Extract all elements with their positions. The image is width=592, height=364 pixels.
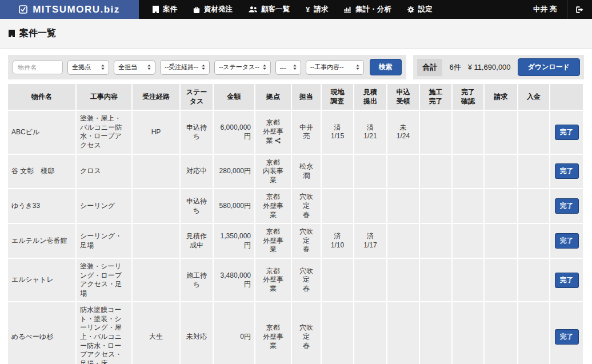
cell-survey: 済 1/15 xyxy=(322,111,354,154)
staff-filter[interactable]: 全担当 xyxy=(114,60,155,75)
toolbar: 全拠点全担当--受注経路----ステータス-------工事内容-- 検索 合計… xyxy=(8,55,584,79)
base-name: 京都 外壁事 業 xyxy=(263,193,283,218)
cell-name: ゆうき33 xyxy=(8,189,77,224)
base-filter[interactable]: 全拠点 xyxy=(67,60,109,75)
cell-work: 塗装・シーリング・ロープアクセス・足場 xyxy=(77,259,133,302)
cell-construction xyxy=(420,302,453,364)
brand-logo[interactable]: MITSUMORU.biz xyxy=(0,0,139,19)
cell-action: 完了 xyxy=(550,189,584,224)
complete-button[interactable]: 完了 xyxy=(555,329,579,345)
brand-name: MITSUMORU.biz xyxy=(33,4,120,15)
col-header-work: 工事内容 xyxy=(77,84,133,111)
nav-item-shizai-hacchu[interactable]: 資材発注 xyxy=(185,0,241,19)
cell-work: クロス xyxy=(77,155,133,190)
nav-item-label: 顧客一覧 xyxy=(261,5,290,14)
cell-status: 申込待 ち xyxy=(181,111,214,154)
nav-item-label: 請求 xyxy=(314,5,328,14)
nav-item-shukei-bunseki[interactable]: 集計・分析 xyxy=(336,0,399,19)
cell-staff: 中井 亮 xyxy=(292,111,322,154)
cell-name: 谷 文彰 様邸 xyxy=(8,155,77,190)
cell-work: シーリング・足場 xyxy=(77,224,133,259)
building-icon xyxy=(9,30,15,37)
keyword-input[interactable] xyxy=(13,60,63,74)
cell-work: 塗装・屋上・バルコニー防水・ロープアクセス xyxy=(77,111,133,154)
col-header-staff: 担当 xyxy=(292,84,322,111)
cell-staff: 穴吹 定 春 xyxy=(292,189,322,224)
table-row: ゆうき33シーリング申込待 ち580,000円京都 外壁事 業穴吹 定 春完了 xyxy=(8,189,584,224)
complete-button[interactable]: 完了 xyxy=(555,163,579,179)
cell-survey xyxy=(322,259,354,302)
page-title: 案件一覧 xyxy=(19,27,56,39)
cell-application xyxy=(387,259,420,302)
nav-item-label: 案件 xyxy=(163,5,177,14)
base-name: 京都 外壁事 業 xyxy=(263,118,283,144)
cell-application xyxy=(387,155,420,190)
cell-staff: 松永 潤 xyxy=(292,155,322,190)
cell-amount: 3,480,000 円 xyxy=(214,259,255,302)
cell-base: 京都 外壁事 業 xyxy=(255,111,292,154)
cell-amount: 280,000円 xyxy=(214,155,255,190)
search-button[interactable]: 検索 xyxy=(370,59,402,75)
cell-amount: 0円 xyxy=(214,302,255,364)
share-icon[interactable] xyxy=(275,137,281,146)
logout-button[interactable] xyxy=(567,0,592,19)
cell-base: 京都 内装事 業 xyxy=(255,155,292,190)
nav-item-label: 資材発注 xyxy=(204,5,233,14)
select-value: --受注経路-- xyxy=(165,63,198,71)
nav-item-settei[interactable]: 設定 xyxy=(399,0,441,19)
complete-button[interactable]: 完了 xyxy=(555,233,579,249)
nav-item-anken[interactable]: 案件 xyxy=(145,0,185,19)
select-value: --工事内容-- xyxy=(310,63,344,71)
cell-payment xyxy=(518,224,550,259)
select-value: 全拠点 xyxy=(72,63,91,71)
col-header-survey: 現地 調査 xyxy=(322,84,354,111)
download-button[interactable]: ダウンロード xyxy=(518,58,580,76)
channel-filter[interactable]: --受注経路-- xyxy=(160,60,210,75)
cell-invoice xyxy=(485,189,518,224)
cell-action: 完了 xyxy=(550,111,584,154)
cell-channel: 大生 xyxy=(133,302,181,364)
nav-item-kokyaku-ichiran[interactable]: 顧客一覧 xyxy=(241,0,298,19)
status-filter[interactable]: --ステータス-- xyxy=(214,60,271,75)
col-header-name: 物件名 xyxy=(8,84,77,111)
select-value: --- xyxy=(280,64,286,71)
cell-work: シーリング xyxy=(77,189,133,224)
col-header-payment: 入金 xyxy=(518,84,550,111)
caret-updown-icon xyxy=(356,65,359,70)
cell-estimate xyxy=(354,155,387,190)
cell-payment xyxy=(518,111,550,154)
complete-button[interactable]: 完了 xyxy=(555,125,579,140)
complete-button[interactable]: 完了 xyxy=(555,273,579,288)
cell-survey: 済 1/10 xyxy=(322,224,354,259)
cell-payment xyxy=(518,189,550,224)
cell-application xyxy=(387,302,420,364)
table-row: エルテルン壱番館シーリング・足場見積作 成中1,350,000 円京都 外壁事 … xyxy=(8,224,584,259)
cell-construction xyxy=(420,155,453,190)
col-header-channel: 受注経路 xyxy=(133,84,181,111)
nav-menu: 案件資材発注顧客一覧¥請求集計・分析設定 xyxy=(139,0,523,19)
user-menu[interactable]: 中井 亮 xyxy=(523,0,567,19)
cell-estimate xyxy=(354,189,387,224)
cell-amount: 6,000,000 円 xyxy=(214,111,255,154)
cell-application xyxy=(387,189,420,224)
chart-icon xyxy=(344,6,351,13)
cell-base: 京都 外壁事 業 xyxy=(255,224,292,259)
logout-icon xyxy=(576,6,583,13)
cell-status: 施工待 ち xyxy=(181,259,214,302)
cell-invoice xyxy=(485,111,518,154)
nav-item-seikyu[interactable]: ¥請求 xyxy=(298,0,336,19)
cell-confirm xyxy=(453,189,485,224)
cell-invoice xyxy=(485,155,518,190)
cell-survey xyxy=(322,189,354,224)
gear-icon xyxy=(407,6,414,13)
complete-button[interactable]: 完了 xyxy=(555,198,579,214)
col-header-application: 申込 受領 xyxy=(387,84,420,111)
work-filter[interactable]: --工事内容-- xyxy=(306,60,364,75)
summary-bar: 合計 6件 ¥ 11,690,000 ダウンロード xyxy=(413,55,584,79)
users-icon xyxy=(249,6,257,13)
total-label: 合計 xyxy=(417,59,442,76)
sub-status-filter[interactable]: --- xyxy=(275,60,301,75)
cell-action: 完了 xyxy=(550,302,584,364)
cell-construction xyxy=(420,259,453,302)
cell-base: 京都 外壁事 業 xyxy=(255,189,292,224)
